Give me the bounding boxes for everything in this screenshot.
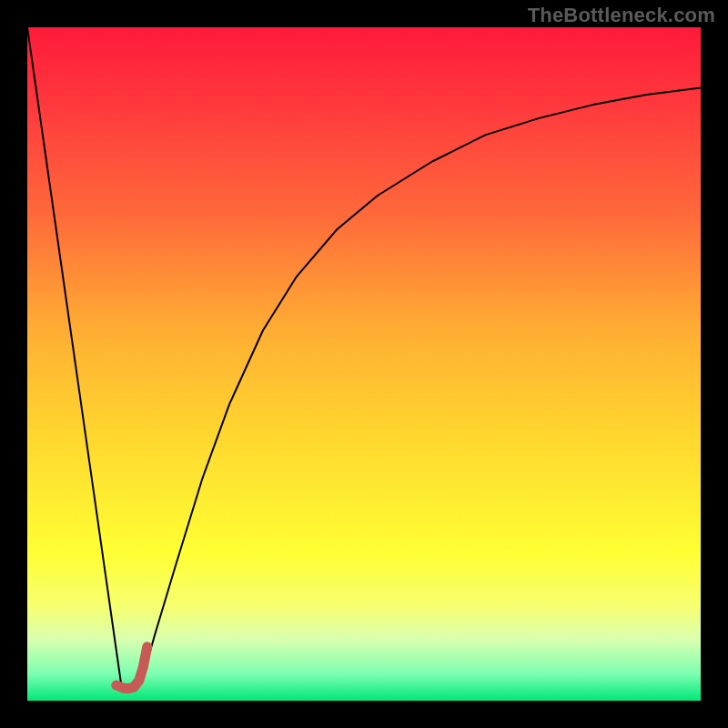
chart-stage: TheBottleneck.com (0, 0, 728, 728)
plot-background (27, 27, 701, 701)
watermark-text: TheBottleneck.com (528, 4, 715, 27)
bottleneck-chart (0, 0, 728, 728)
